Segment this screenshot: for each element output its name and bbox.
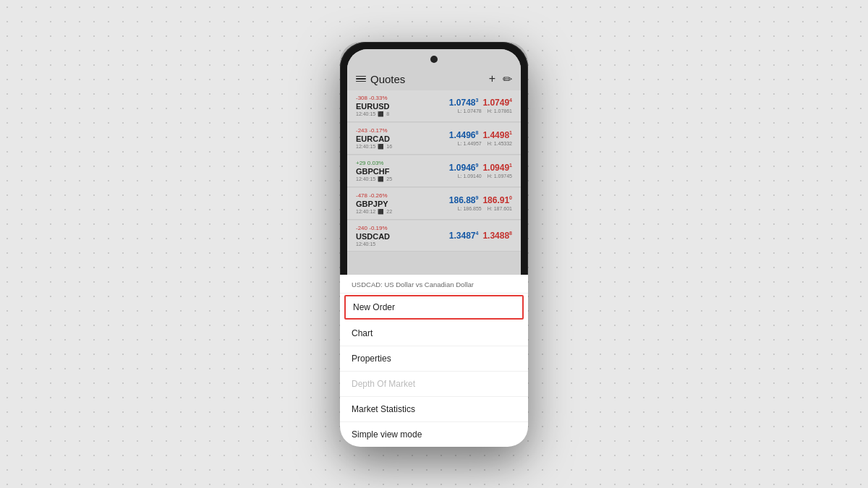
phone-screen: Quotes + ✏ -308 -0.33% EURUSD 12:40:15 ⬛… — [347, 49, 521, 440]
phone-frame: Quotes + ✏ -308 -0.33% EURUSD 12:40:15 ⬛… — [340, 42, 528, 447]
context-menu-item-new-order[interactable]: New Order — [347, 295, 521, 320]
context-menu-item-depth-of-market: Depth Of Market — [347, 372, 521, 397]
context-menu-item-market-statistics[interactable]: Market Statistics — [347, 397, 521, 422]
context-symbol-label: USDCAD: US Dollar vs Canadian Dollar — [347, 275, 521, 294]
context-menu-item-properties[interactable]: Properties — [347, 346, 521, 372]
context-menu-item-chart[interactable]: Chart — [347, 321, 521, 346]
context-menu-item-simple-view-mode[interactable]: Simple view mode — [347, 422, 521, 440]
context-menu-overlay: USDCAD: US Dollar vs Canadian Dollar New… — [347, 49, 521, 440]
context-menu: USDCAD: US Dollar vs Canadian Dollar New… — [347, 275, 521, 440]
overlay-dim[interactable] — [347, 49, 521, 275]
